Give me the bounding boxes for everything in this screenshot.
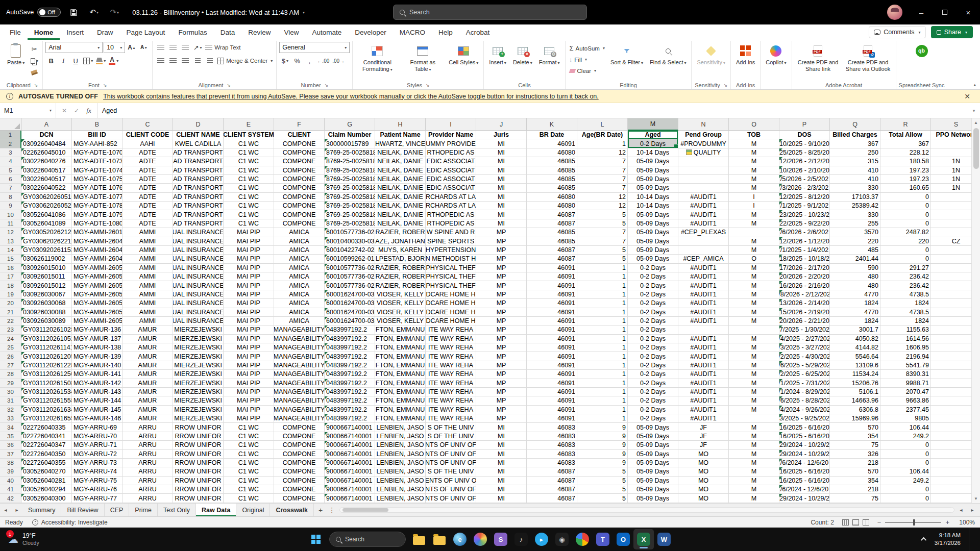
cell-M37[interactable]: 05-09 Days — [628, 450, 678, 459]
cell-S23[interactable] — [931, 325, 971, 334]
cell-R33[interactable]: 9805 — [880, 414, 931, 423]
cell-L13[interactable]: 7 — [577, 237, 628, 246]
cell-O40[interactable]: M — [729, 477, 779, 485]
cell-L26[interactable]: 1 — [577, 352, 628, 361]
cell-E34[interactable]: C1 WC — [224, 423, 274, 432]
row-header-11[interactable]: 11 — [0, 219, 21, 228]
cell-F28[interactable]: MANAGEABILITY — [274, 370, 325, 379]
cell-F31[interactable]: MANAGEABILITY — [274, 396, 325, 405]
row-header-34[interactable]: 34 — [0, 423, 21, 432]
cell-P33[interactable]: 3/2025 - 9/25/202 — [779, 414, 830, 423]
cell-R19[interactable]: 4738.5 — [880, 290, 931, 299]
cell-F32[interactable]: MANAGEABILITY — [274, 406, 325, 414]
cell-Q38[interactable]: 218 — [830, 459, 880, 467]
alignment-dialog-launcher[interactable]: ↘ — [227, 83, 231, 88]
cell-M20[interactable]: 0-2 Days — [628, 299, 678, 308]
cell-D13[interactable]: UAL INSURANCE — [173, 237, 224, 246]
cell-D30[interactable]: MIERZEJEWSKI — [173, 388, 224, 396]
cell-I28[interactable]: ITE WAY REHA — [426, 370, 476, 379]
sheet-tab-prime[interactable]: Prime — [129, 504, 158, 516]
cell-G20[interactable]: 60001624700-03 — [325, 299, 375, 308]
row-header-42[interactable]: 42 — [0, 494, 21, 503]
cell-C7[interactable]: ADTE — [122, 184, 173, 192]
cell-E6[interactable]: C1 WC — [224, 175, 274, 184]
cell-H10[interactable]: NEILAK, DANIE — [375, 210, 426, 219]
cell-J24[interactable]: MP — [476, 335, 527, 343]
document-title[interactable]: 03.11.26 - BillInventory • Last Modified… — [132, 9, 305, 16]
row-header-26[interactable]: 26 — [0, 352, 21, 361]
cell-P40[interactable]: 16/2025 - 6/16/20 — [779, 477, 830, 485]
cell-E14[interactable]: MAI PIP — [224, 246, 274, 255]
cell-O16[interactable]: M — [729, 264, 779, 272]
cell-N20[interactable]: #AUDIT1 — [678, 299, 729, 308]
row-header-30[interactable]: 30 — [0, 388, 21, 396]
cell-K38[interactable]: 46083 — [527, 459, 577, 467]
cell-B39[interactable]: MGY-ARRU-74 — [72, 467, 122, 476]
addins-button[interactable]: Add-ins — [733, 42, 757, 67]
cell-M34[interactable]: 05-09 Days — [628, 423, 678, 432]
cell-E35[interactable]: C1 WC — [224, 432, 274, 441]
cell-A3[interactable]: 022626045010 — [21, 148, 72, 157]
cell-N24[interactable]: #AUDIT1 — [678, 335, 729, 343]
cell-L42[interactable]: 5 — [577, 494, 628, 503]
row-header-41[interactable]: 41 — [0, 485, 21, 494]
cell-C10[interactable]: ADTE — [122, 210, 173, 219]
cell-G22[interactable]: 60001624700-03 — [325, 317, 375, 325]
cell-P16[interactable]: 17/2026 - 2/17/20 — [779, 264, 830, 272]
cell-N21[interactable]: #AUDIT1 — [678, 308, 729, 317]
cell-J32[interactable]: MP — [476, 406, 527, 414]
cell-R3[interactable]: 228.12 — [880, 148, 931, 157]
cell-F5[interactable]: COMPONE — [274, 166, 325, 175]
column-header-M[interactable]: M — [628, 118, 678, 131]
cell-A39[interactable]: 030526040270 — [21, 467, 72, 476]
cell-K4[interactable]: 46085 — [527, 157, 577, 166]
cell-F4[interactable]: COMPONE — [274, 157, 325, 166]
cell-N12[interactable]: #CEP_PLEXAS — [678, 228, 729, 237]
cell-K9[interactable]: 46080 — [527, 202, 577, 210]
ribbon-tab-developer[interactable]: Developer — [348, 24, 393, 40]
cell-P23[interactable]: 7/2025 - 1/30/202 — [779, 325, 830, 334]
cell-O38[interactable]: M — [729, 459, 779, 467]
cell-B9[interactable]: MGY-ADTE-1078 — [72, 202, 122, 210]
cell-J21[interactable]: MP — [476, 308, 527, 317]
cell-A20[interactable]: 030926030068 — [21, 299, 72, 308]
cell-J19[interactable]: MP — [476, 290, 527, 299]
cell-K34[interactable]: 46083 — [527, 423, 577, 432]
clear-button[interactable]: Clear▾ — [568, 65, 606, 76]
cell-H5[interactable]: NEILAK, DANIE — [375, 166, 426, 175]
cell-E13[interactable]: MAI PIP — [224, 237, 274, 246]
cell-F41[interactable]: COMPONE — [274, 485, 325, 494]
row-header-36[interactable]: 36 — [0, 441, 21, 449]
cell-F17[interactable]: AMICA — [274, 272, 325, 281]
cell-M2[interactable]: 0-2 Days — [628, 139, 678, 148]
cell-B25[interactable]: MGY-AMUR-138 — [72, 343, 122, 352]
cell-M24[interactable]: 0-2 Days — [628, 335, 678, 343]
cell-B19[interactable]: MGY-AMMI-2605 — [72, 290, 122, 299]
cell-S6[interactable]: 1N — [931, 175, 971, 184]
cell-K16[interactable]: 46091 — [527, 264, 577, 272]
cell-M29[interactable]: 0-2 Days — [628, 379, 678, 388]
cell-K35[interactable]: 46083 — [527, 432, 577, 441]
cell-F21[interactable]: AMICA — [274, 308, 325, 317]
cell-D4[interactable]: AD TRANSPORT — [173, 157, 224, 166]
cell-B27[interactable]: MGY-AMUR-140 — [72, 361, 122, 370]
cell-B28[interactable]: MGY-AMUR-141 — [72, 370, 122, 379]
cell-S1[interactable]: PPO Network — [931, 131, 971, 139]
row-header-2[interactable]: 2 — [0, 139, 21, 148]
cell-M4[interactable]: 05-09 Days — [628, 157, 678, 166]
ribbon-tab-formulas[interactable]: Formulas — [172, 24, 213, 40]
cell-K41[interactable]: 46087 — [527, 485, 577, 494]
ribbon-tab-automate[interactable]: Automate — [305, 24, 348, 40]
cell-C40[interactable]: ARRU — [122, 477, 173, 485]
cell-N16[interactable]: #AUDIT1 — [678, 264, 729, 272]
cell-O39[interactable]: M — [729, 467, 779, 476]
cell-O11[interactable]: M — [729, 219, 779, 228]
cell-G14[interactable]: 60010422742-02 — [325, 246, 375, 255]
comments-button[interactable]: Comments▾ — [869, 26, 925, 38]
cell-E4[interactable]: C1 WC — [224, 157, 274, 166]
cell-F26[interactable]: MANAGEABILITY — [274, 352, 325, 361]
cell-J40[interactable]: MI — [476, 477, 527, 485]
sheet-tab-bill-review[interactable]: Bill Review — [61, 504, 104, 516]
cell-G38[interactable]: 9000667140001 — [325, 459, 375, 467]
cell-I12[interactable]: W SPINE AND R — [426, 228, 476, 237]
